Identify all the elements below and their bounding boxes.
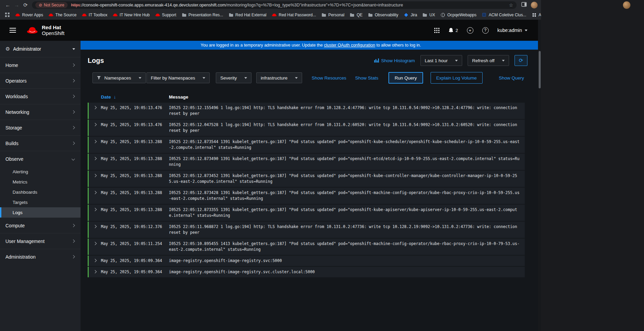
sidebar-item-home[interactable]: Home	[0, 57, 81, 73]
date-column-header[interactable]: Date	[101, 94, 169, 100]
apps-grid-icon[interactable]	[5, 12, 10, 17]
expand-row-icon[interactable]	[89, 258, 101, 264]
log-date: May 25, 2025, 19:05:13.476	[101, 122, 169, 134]
bookmark-item[interactable]: QE	[347, 12, 365, 18]
bookmark-label: Observability	[375, 13, 398, 17]
sidebar-item-workloads[interactable]: Workloads	[0, 88, 81, 104]
sidebar-item-label: Compute	[5, 223, 25, 228]
bookmark-label: IT New Hire Hub	[120, 13, 150, 17]
severity-select[interactable]: Severity	[216, 72, 251, 83]
side-panel-icon[interactable]	[520, 2, 528, 8]
sidebar-item-observe[interactable]: Observe	[0, 151, 81, 167]
sidebar-item-logs[interactable]: Logs	[0, 207, 81, 217]
time-range-select[interactable]: Last 1 hour	[420, 55, 463, 66]
expand-row-icon[interactable]	[89, 241, 101, 252]
bookmark-label: Red Hat External	[236, 13, 266, 17]
bookmark-item[interactable]: ACM Coletive Clus...	[479, 12, 529, 18]
bookmark-item[interactable]: Red Hat External	[226, 12, 269, 18]
redhat-fedora-icon	[26, 25, 39, 35]
sidebar-item-compute[interactable]: Compute	[0, 217, 81, 233]
app-launcher-icon[interactable]	[434, 28, 439, 33]
bookmark-item[interactable]: Jira	[401, 12, 420, 18]
show-query-link[interactable]: Show Query	[499, 75, 524, 81]
show-histogram-link[interactable]: Show Histogram	[374, 58, 415, 63]
help-icon[interactable]	[482, 27, 489, 34]
expand-row-icon[interactable]	[89, 173, 101, 185]
sidebar-item-targets[interactable]: Targets	[0, 197, 81, 207]
expand-row-icon[interactable]	[89, 139, 101, 151]
expand-row-icon[interactable]	[89, 190, 101, 202]
sidebar-item-label: Dashboards	[13, 190, 37, 195]
back-icon[interactable]	[3, 2, 12, 8]
bell-icon	[448, 28, 454, 33]
user-menu[interactable]: kube:admin	[498, 28, 527, 33]
expand-row-icon[interactable]	[89, 156, 101, 168]
bookmark-label: Red Hat Password...	[279, 13, 316, 17]
date-header-label: Date	[101, 94, 111, 100]
refresh-button[interactable]	[515, 55, 527, 66]
expand-row-icon[interactable]	[89, 224, 101, 236]
chevron-right-icon	[72, 255, 75, 259]
show-histogram-label: Show Histogram	[381, 58, 415, 63]
notification-count: 2	[455, 28, 458, 33]
username: kube:admin	[498, 28, 522, 33]
bookmark-item[interactable]: Observability	[365, 12, 401, 18]
bookmark-item[interactable]: Red Hat Password...	[269, 12, 319, 18]
show-stats-link[interactable]: Show Stats	[355, 75, 378, 81]
bookmark-star-icon[interactable]	[509, 2, 513, 8]
bookmark-item[interactable]: UX	[420, 12, 438, 18]
not-secure-icon	[39, 3, 42, 7]
refresh-interval-value: Refresh off	[472, 58, 494, 63]
bookmark-item[interactable]: Rover Apps	[13, 12, 46, 18]
sidebar-item-alerting[interactable]: Alerting	[0, 167, 81, 177]
bookmark-item[interactable]: Applications | Konf...	[529, 12, 541, 18]
bookmark-item[interactable]: Personal	[319, 12, 347, 18]
bookmark-item[interactable]: IT New Hire Hub	[110, 12, 152, 18]
expand-row-icon[interactable]	[89, 105, 101, 117]
bookmarks-bar: Rover Apps The Source IT Toolbox IT New …	[0, 10, 541, 20]
perspective-switcher[interactable]: Administrator	[0, 41, 81, 57]
sidebar-item-label: Logs	[13, 210, 22, 215]
notification-bell[interactable]: 2	[448, 28, 458, 33]
main-content: You are logged in as a temporary adminis…	[81, 41, 541, 331]
bookmark-item[interactable]: Presentation Res...	[179, 12, 226, 18]
chevron-down-icon	[72, 48, 75, 50]
refresh-interval-select[interactable]: Refresh off	[468, 55, 509, 66]
expand-row-icon[interactable]	[89, 269, 101, 275]
sidebar-item-dashboards[interactable]: Dashboards	[0, 187, 81, 197]
log-message: image-registry.openshift-image-registry.…	[169, 269, 521, 275]
sidebar-item-user-management[interactable]: User Management	[0, 233, 81, 249]
run-query-button[interactable]: Run Query	[388, 72, 423, 84]
sidebar-item-networking[interactable]: Networking	[0, 104, 81, 120]
expand-row-icon[interactable]	[89, 207, 101, 219]
sidebar-nav: HomeOperatorsWorkloadsNetworkingStorageB…	[0, 57, 81, 264]
namespace-filter-select[interactable]: Filter by Namespaces	[146, 72, 210, 83]
oauth-config-link[interactable]: cluster OAuth configuration	[324, 43, 375, 48]
bookmark-item[interactable]: OcpqeWebapps	[438, 12, 479, 18]
sidebar-item-administration[interactable]: Administration	[0, 249, 81, 264]
sidebar-item-storage[interactable]: Storage	[0, 120, 81, 135]
tenant-select[interactable]: infrastructure	[256, 72, 302, 83]
show-resources-link[interactable]: Show Resources	[312, 75, 346, 81]
forward-icon[interactable]	[12, 2, 21, 8]
sidebar-item-builds[interactable]: Builds	[0, 135, 81, 151]
bookmark-item[interactable]: IT Toolbox	[79, 12, 110, 18]
sidebar-item-metrics[interactable]: Metrics	[0, 177, 81, 187]
import-yaml-icon[interactable]	[467, 27, 473, 34]
profile-avatar[interactable]	[623, 1, 630, 9]
bookmark-item[interactable]: The Source	[46, 12, 79, 18]
not-secure-badge[interactable]: Not Secure	[35, 2, 68, 8]
scrollbar-thumb[interactable]	[539, 51, 541, 88]
banner-text-after: to allow others to log in.	[375, 43, 421, 48]
address-bar[interactable]: Not Secure https://console-openshift-con…	[32, 1, 517, 9]
expand-row-icon[interactable]	[89, 122, 101, 134]
bookmark-favicon	[229, 13, 233, 17]
sidebar-item-operators[interactable]: Operators	[0, 73, 81, 88]
namespaces-select[interactable]: Namespaces	[92, 72, 146, 83]
explain-log-volume-button[interactable]: Explain Log Volume	[431, 72, 483, 84]
reload-icon[interactable]	[21, 2, 30, 8]
menu-toggle-icon[interactable]	[8, 26, 17, 35]
sidebar-item-label: Networking	[5, 109, 29, 115]
bookmark-item[interactable]: Support	[153, 12, 179, 18]
browser-profile-avatar[interactable]	[531, 2, 538, 8]
